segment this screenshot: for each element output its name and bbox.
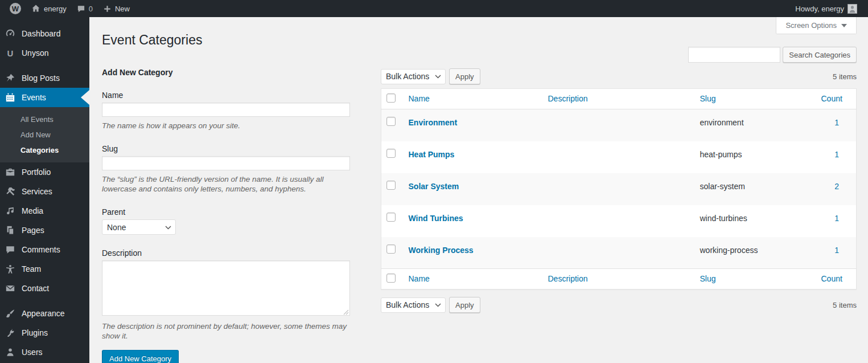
page-title: Event Categories [102, 31, 857, 48]
category-count-link[interactable]: 2 [834, 182, 839, 191]
category-count-link[interactable]: 1 [834, 246, 839, 255]
apply-button[interactable]: Apply [449, 297, 480, 313]
sidebar-item-label: Events [22, 93, 46, 102]
sort-slug-header[interactable]: Slug [700, 94, 716, 103]
parent-select[interactable]: None [102, 219, 176, 235]
table-header-row: Name Description Slug Count [381, 89, 857, 109]
category-count-link[interactable]: 1 [834, 214, 839, 223]
category-name-link[interactable]: Working Process [409, 246, 474, 255]
sidebar-item-appearance[interactable]: Appearance [0, 304, 89, 323]
howdy-label: Howdy, energy [795, 5, 844, 13]
bulk-actions-select[interactable]: Bulk Actions [381, 297, 446, 313]
sort-count-header[interactable]: Count [821, 94, 842, 103]
howdy-menu[interactable]: Howdy, energy [790, 0, 862, 17]
sidebar-item-blog-posts[interactable]: Blog Posts [0, 68, 89, 88]
calendar-icon [5, 92, 16, 103]
category-description [542, 109, 694, 141]
sort-description-header[interactable]: Description [548, 94, 588, 103]
row-checkbox[interactable] [386, 244, 396, 254]
table-row: Environment environment 1 [381, 109, 857, 141]
category-name-link[interactable]: Heat Pumps [409, 150, 455, 159]
sort-count-header[interactable]: Count [821, 274, 842, 283]
apply-button[interactable]: Apply [449, 68, 480, 84]
sidebar-item-label: Unyson [22, 48, 48, 58]
sidebar-item-dashboard[interactable]: Dashboard [0, 24, 89, 43]
comments-menu[interactable]: 0 [72, 0, 98, 17]
sidebar-item-comments[interactable]: Comments [0, 240, 89, 259]
category-description [542, 205, 694, 237]
category-description [542, 141, 694, 173]
search-input[interactable] [688, 47, 780, 63]
sidebar-item-media[interactable]: Media [0, 201, 89, 221]
sidebar-item-events[interactable]: Events [0, 88, 89, 107]
sidebar-item-unyson[interactable]: U Unyson [0, 43, 89, 63]
slug-help-text: The “slug” is the URL-friendly version o… [102, 174, 358, 194]
bulk-actions-select[interactable]: Bulk Actions [381, 69, 446, 84]
row-checkbox[interactable] [386, 181, 396, 190]
description-label: Description [102, 248, 358, 258]
sidebar-item-label: Dashboard [22, 29, 61, 38]
category-description [542, 237, 694, 269]
sidebar-item-all-events[interactable]: All Events [0, 112, 89, 127]
category-slug-field[interactable] [102, 156, 350, 170]
category-count-link[interactable]: 1 [834, 150, 839, 159]
screen-options-button[interactable]: Screen Options [776, 17, 857, 34]
sidebar-item-pages[interactable]: Pages [0, 221, 89, 240]
category-slug: working-process [694, 237, 816, 269]
add-new-category-button[interactable]: Add New Category [102, 350, 179, 363]
sort-name-header[interactable]: Name [409, 274, 430, 283]
team-icon [5, 263, 16, 275]
category-description [542, 173, 694, 205]
pages-icon [5, 225, 16, 236]
sort-description-header[interactable]: Description [548, 274, 588, 283]
categories-table: Name Description Slug Count Environment … [381, 88, 857, 289]
category-name-link[interactable]: Solar System [409, 182, 459, 191]
sidebar-item-label: Team [22, 264, 41, 274]
row-checkbox[interactable] [386, 149, 396, 158]
sidebar-item-team[interactable]: Team [0, 259, 89, 279]
sidebar-item-label: Pages [22, 226, 44, 235]
select-all-checkbox[interactable] [386, 274, 396, 283]
search-categories-button[interactable]: Search Categories [783, 47, 857, 63]
comments-icon [5, 244, 16, 255]
sidebar-item-services[interactable]: Services [0, 182, 89, 201]
row-checkbox[interactable] [386, 117, 396, 126]
comments-count: 0 [89, 5, 93, 13]
events-submenu: All Events Add New Categories [0, 107, 89, 162]
table-row: Working Process working-process 1 [381, 237, 857, 269]
plugin-icon [5, 327, 16, 338]
category-description-field[interactable] [102, 260, 350, 316]
category-count-link[interactable]: 1 [834, 118, 839, 127]
plus-icon [103, 5, 112, 13]
sidebar-item-plugins[interactable]: Plugins [0, 323, 89, 342]
portfolio-icon [5, 166, 16, 178]
category-name-field[interactable] [102, 103, 350, 117]
site-name-menu[interactable]: energy [26, 0, 72, 17]
category-name-link[interactable]: Environment [409, 118, 458, 127]
form-heading: Add New Category [102, 68, 358, 77]
sidebar-item-contact[interactable]: Contact [0, 279, 89, 298]
new-content-menu[interactable]: New [98, 0, 135, 17]
tablenav-bottom: Bulk Actions Apply 5 items [381, 296, 857, 313]
sort-slug-header[interactable]: Slug [700, 274, 716, 283]
sidebar-item-add-new[interactable]: Add New [0, 127, 89, 142]
table-row: Heat Pumps heat-pumps 1 [381, 141, 857, 173]
wp-logo-menu[interactable]: W [5, 0, 26, 17]
sidebar-item-users[interactable]: Users [0, 342, 89, 362]
sort-name-header[interactable]: Name [409, 94, 430, 103]
avatar [848, 4, 857, 14]
sidebar-item-label: Contact [22, 284, 49, 293]
category-name-link[interactable]: Wind Turbines [409, 214, 463, 223]
sidebar-item-categories[interactable]: Categories [0, 142, 89, 158]
pushpin-icon [5, 72, 16, 84]
sidebar-item-portfolio[interactable]: Portfolio [0, 162, 89, 182]
chevron-down-icon [841, 24, 847, 27]
tablenav-top: Bulk Actions Apply 5 items [381, 68, 857, 85]
sidebar-item-label: Media [22, 206, 43, 215]
hammer-icon [5, 186, 16, 197]
select-all-checkbox[interactable] [386, 93, 396, 103]
site-name-label: energy [44, 5, 67, 13]
row-checkbox[interactable] [386, 213, 396, 222]
dashboard-icon [5, 28, 16, 39]
media-icon [5, 205, 16, 217]
